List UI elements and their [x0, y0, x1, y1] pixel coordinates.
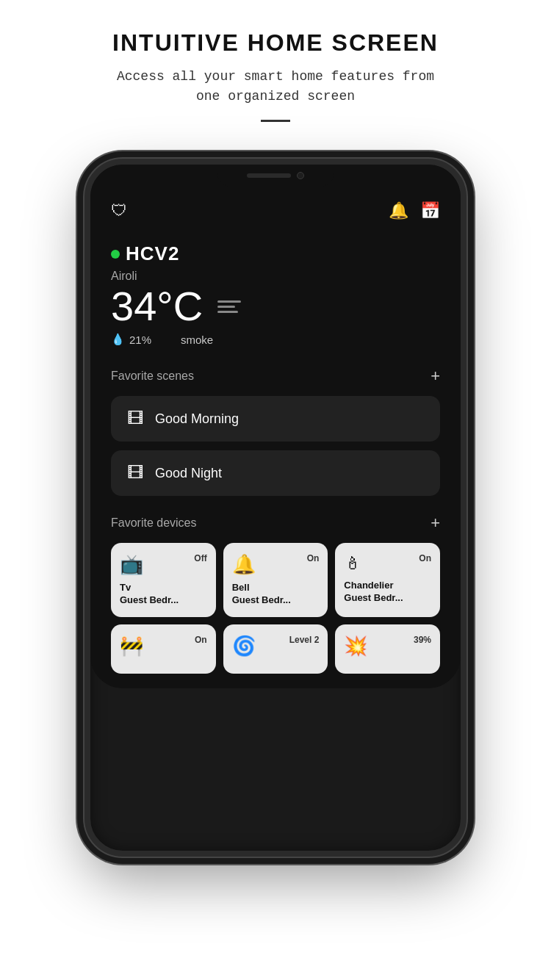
device-fan[interactable]: 🌀 Level 2: [223, 624, 328, 674]
scene-good-night[interactable]: 🎞 Good Night: [111, 450, 440, 496]
device-dimmer[interactable]: 💥 39%: [335, 624, 440, 674]
fan-icon: 🌀: [232, 635, 256, 657]
shield-icon: 🛡: [111, 201, 127, 220]
notification-bell-icon[interactable]: 🔔: [389, 201, 408, 220]
calendar-icon[interactable]: 📅: [420, 201, 440, 220]
bell-device-icon: 🔔: [232, 553, 256, 576]
temperature-display: 34°C: [111, 286, 203, 327]
home-id: HCV2: [126, 242, 179, 265]
scene-morning-icon: 🎞: [127, 409, 143, 428]
weather-row: 34°C: [111, 286, 440, 327]
location-name: Airoli: [111, 270, 440, 283]
humidity-icon: 💧: [111, 333, 125, 346]
gate-status: On: [195, 635, 207, 645]
stats-row: 💧 21% smoke: [111, 333, 440, 346]
chandelier-label: ChandelierGuest Bedr...: [344, 580, 431, 605]
chandelier-status: On: [419, 553, 431, 563]
device-fan-top: 🌀 Level 2: [232, 635, 320, 657]
scene-night-icon: 🎞: [127, 464, 143, 483]
tv-status: Off: [194, 553, 206, 563]
humidity-value: 21%: [129, 334, 151, 346]
device-tv-top: 📺 Off: [120, 553, 207, 576]
add-device-button[interactable]: +: [431, 514, 440, 533]
page-title: INTUITIVE HOME SCREEN: [29, 29, 522, 57]
device-dimmer-top: 💥 39%: [344, 635, 431, 657]
bell-label: BellGuest Bedr...: [232, 582, 320, 607]
chandelier-icon: 🕯: [344, 553, 361, 574]
wind-icon: [217, 300, 241, 313]
wind-line-2: [217, 306, 235, 308]
devices-section-header: Favorite devices +: [111, 514, 440, 533]
section-divider: [261, 120, 290, 122]
device-bell[interactable]: 🔔 On BellGuest Bedr...: [223, 543, 328, 617]
wind-line-1: [217, 300, 241, 303]
gate-icon: 🚧: [120, 635, 143, 657]
page-header: INTUITIVE HOME SCREEN Access all your sm…: [0, 0, 551, 159]
fan-status: Level 2: [289, 635, 320, 645]
smoke-label: smoke: [181, 334, 213, 346]
tv-label: TvGuest Bedr...: [120, 582, 207, 607]
smoke-stat: smoke: [181, 334, 213, 346]
dimmer-icon: 💥: [344, 635, 367, 657]
devices-section-title: Favorite devices: [111, 516, 197, 530]
phone-screen: 🛡 🔔 📅 HCV2 Airoli 34°C 💧: [90, 165, 461, 688]
scenes-section-title: Favorite scenes: [111, 370, 194, 383]
device-gate-top: 🚧 On: [120, 635, 207, 657]
wind-line-3: [217, 311, 238, 313]
tv-icon: 📺: [120, 553, 143, 576]
home-name-row: HCV2: [111, 242, 440, 265]
dimmer-status: 39%: [414, 635, 431, 645]
scene-night-label: Good Night: [155, 466, 222, 481]
scene-morning-label: Good Morning: [155, 411, 239, 427]
scenes-section-header: Favorite scenes +: [111, 367, 440, 386]
devices-grid: 📺 Off TvGuest Bedr... 🔔 On BellGuest Bed…: [111, 543, 440, 674]
device-chandelier-top: 🕯 On: [344, 553, 431, 574]
notch-camera: [297, 172, 304, 179]
device-tv[interactable]: 📺 Off TvGuest Bedr...: [111, 543, 216, 617]
notch-speaker: [247, 173, 291, 178]
device-gate[interactable]: 🚧 On: [111, 624, 216, 674]
device-chandelier[interactable]: 🕯 On ChandelierGuest Bedr...: [335, 543, 440, 617]
online-status-dot: [111, 250, 120, 259]
humidity-stat: 💧 21%: [111, 333, 151, 346]
phone-notch: [217, 165, 334, 187]
top-bar-icons: 🔔 📅: [389, 201, 440, 220]
phone-frame: 🛡 🔔 📅 HCV2 Airoli 34°C 💧: [84, 159, 467, 857]
top-bar: 🛡 🔔 📅: [111, 201, 440, 220]
bell-status: On: [307, 553, 320, 563]
page-subtitle: Access all your smart home features from…: [29, 67, 522, 107]
add-scene-button[interactable]: +: [431, 367, 440, 386]
scene-good-morning[interactable]: 🎞 Good Morning: [111, 396, 440, 442]
device-bell-top: 🔔 On: [232, 553, 320, 576]
